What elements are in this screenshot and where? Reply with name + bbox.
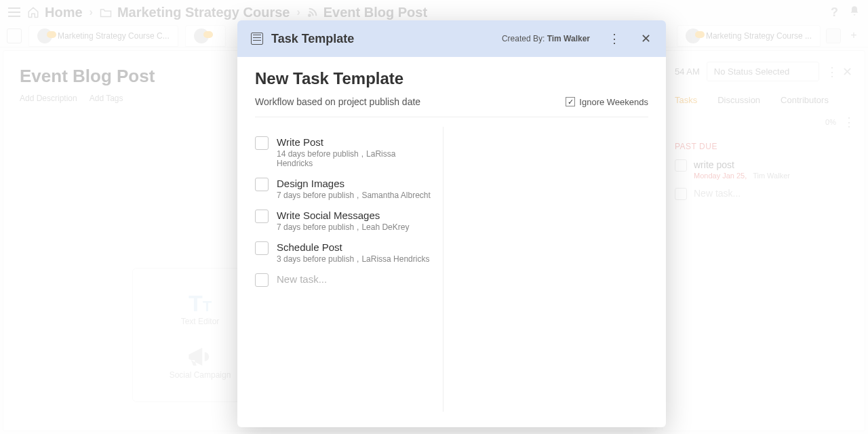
checkbox[interactable] xyxy=(255,210,269,223)
task-name: Write Post xyxy=(277,136,433,148)
task-name: Schedule Post xyxy=(277,241,429,253)
task-timing: 7 days before publish xyxy=(277,222,354,232)
task-name: Write Social Messages xyxy=(277,210,409,221)
template-title[interactable]: New Task Template xyxy=(255,69,648,88)
modal-header-title: Task Template xyxy=(271,32,354,46)
new-task-row[interactable]: New task... xyxy=(255,273,433,287)
checkbox-checked[interactable]: ✓ xyxy=(566,97,575,106)
workflow-label: Workflow based on project publish date xyxy=(255,96,420,107)
task-timing: 14 days before publish xyxy=(277,149,359,159)
checkbox[interactable] xyxy=(255,136,269,150)
template-task-row[interactable]: Design Images7 days before publish,Saman… xyxy=(255,178,433,200)
task-assignee: Samantha Albrecht xyxy=(361,191,430,200)
created-by-label: Created By: xyxy=(502,34,545,43)
template-icon xyxy=(251,33,263,45)
created-by: Created By: Tim Walker xyxy=(502,34,590,43)
kebab-icon[interactable]: ⋮ xyxy=(608,31,621,46)
checkbox[interactable] xyxy=(255,178,269,191)
checkbox[interactable] xyxy=(255,241,269,255)
created-by-name: Tim Walker xyxy=(547,34,590,43)
template-task-row[interactable]: Schedule Post3 days before publish,LaRis… xyxy=(255,241,433,264)
template-task-row[interactable]: Write Social Messages7 days before publi… xyxy=(255,210,433,232)
close-icon[interactable]: ✕ xyxy=(639,31,652,46)
task-timing: 3 days before publish xyxy=(277,254,354,264)
task-template-modal: Task Template Created By: Tim Walker ⋮ ✕… xyxy=(237,20,666,427)
task-assignee: LaRissa Hendricks xyxy=(361,254,429,264)
task-timing: 7 days before publish xyxy=(277,191,354,200)
new-task-label: New task... xyxy=(277,273,327,287)
ignore-weekends-label: Ignore Weekends xyxy=(579,97,648,107)
checkbox[interactable] xyxy=(255,273,269,287)
task-name: Design Images xyxy=(277,178,431,189)
task-assignee: Leah DeKrey xyxy=(361,222,409,232)
template-task-row[interactable]: Write Post14 days before publish,LaRissa… xyxy=(255,136,433,168)
ignore-weekends-toggle[interactable]: ✓ Ignore Weekends xyxy=(566,97,648,107)
